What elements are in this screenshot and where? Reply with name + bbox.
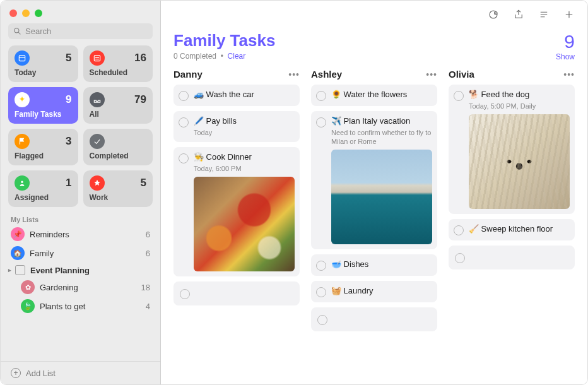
- task-item[interactable]: 🧺 Laundry: [311, 281, 437, 302]
- task-note: Today: [194, 128, 295, 137]
- svg-line-1: [18, 32, 20, 34]
- clear-button[interactable]: Clear: [228, 52, 246, 61]
- task-item[interactable]: 🐕 Feed the dogToday, 5:00 PM, Daily: [449, 85, 575, 214]
- my-lists-label: My Lists: [1, 212, 160, 225]
- list-count: 6: [146, 249, 150, 258]
- list-row-event-planning[interactable]: ▸ Event Planning: [1, 263, 160, 278]
- tray-icon: [90, 92, 105, 107]
- view-options-button[interactable]: [534, 6, 553, 23]
- svg-point-10: [495, 13, 497, 14]
- column-ashley: Ashley•••🌻 Water the flowers✈️ Plan Ital…: [311, 69, 437, 377]
- list-count: 4: [146, 302, 150, 311]
- smart-count: 9: [66, 93, 71, 106]
- task-checkbox[interactable]: [454, 91, 464, 101]
- share-collab-button[interactable]: [484, 6, 503, 23]
- smart-count: 1: [66, 177, 71, 189]
- task-item[interactable]: 🖊️ Pay billsToday: [173, 111, 300, 142]
- new-task-placeholder[interactable]: [311, 307, 437, 331]
- new-reminder-button[interactable]: [560, 6, 579, 23]
- smart-list-completed[interactable]: Completed: [83, 129, 153, 165]
- smart-list-scheduled[interactable]: 16 Scheduled: [83, 45, 153, 82]
- task-item[interactable]: ✈️ Plan Italy vacationNeed to confirm wh…: [311, 111, 437, 249]
- task-checkbox[interactable]: [316, 91, 326, 101]
- page-title: Family Tasks: [173, 31, 275, 50]
- task-item[interactable]: 🌻 Water the flowers: [311, 85, 437, 106]
- task-item[interactable]: 🧹 Sweep kitchen floor: [449, 219, 575, 240]
- new-task-placeholder[interactable]: [449, 246, 575, 270]
- task-item[interactable]: 🥣 Dishes: [311, 254, 437, 276]
- task-checkbox[interactable]: [179, 91, 189, 101]
- task-item[interactable]: 🚙 Wash the car: [173, 85, 300, 106]
- calendar-icon: [15, 50, 30, 66]
- smart-label: Today: [15, 68, 72, 77]
- plus-icon: +: [11, 368, 21, 378]
- task-item[interactable]: 👨‍🍳 Cook DinnerToday, 6:00 PM: [173, 147, 300, 276]
- search-input[interactable]: Search: [8, 23, 153, 39]
- smart-label: Work: [90, 193, 147, 202]
- list-name: Family: [30, 249, 141, 258]
- total-count: 9: [556, 31, 575, 52]
- minimize-window[interactable]: [22, 9, 30, 17]
- smart-list-work[interactable]: 5 Work: [83, 170, 153, 207]
- list-icon: 🏠: [11, 246, 25, 260]
- smart-label: Assigned: [15, 193, 72, 202]
- list-name: Reminders: [30, 230, 141, 239]
- task-title: 🐕 Feed the dog: [469, 90, 570, 100]
- task-checkbox[interactable]: [316, 117, 326, 127]
- task-note: Today, 6:00 PM: [194, 164, 295, 173]
- zoom-window[interactable]: [35, 9, 42, 17]
- column-title: Olivia: [449, 69, 474, 80]
- search-placeholder: Search: [25, 27, 51, 36]
- add-list-button[interactable]: + Add List: [1, 361, 160, 384]
- share-button[interactable]: [509, 6, 528, 23]
- smart-count: 5: [66, 52, 71, 64]
- task-note: Need to confirm whether to fly to Milan …: [331, 128, 432, 146]
- column-more-button[interactable]: •••: [426, 69, 437, 80]
- smart-count: 79: [134, 93, 146, 106]
- task-checkbox[interactable]: [179, 117, 189, 127]
- task-title: 🧺 Laundry: [331, 286, 432, 297]
- smart-count: 16: [134, 52, 146, 64]
- smart-list-family-tasks[interactable]: 9 Family Tasks: [8, 87, 78, 124]
- task-checkbox[interactable]: [455, 253, 465, 263]
- task-checkbox[interactable]: [180, 289, 190, 299]
- completed-meta: 0 Completed • Clear: [173, 52, 275, 61]
- list-name: Event Planning: [30, 266, 145, 275]
- smart-label: Scheduled: [90, 68, 147, 77]
- flag-icon: [15, 134, 30, 149]
- show-completed-button[interactable]: Show: [556, 52, 575, 61]
- list-row-plants-to-get[interactable]: 🍃 Plants to get 4: [1, 297, 160, 316]
- list-name: Gardening: [40, 283, 136, 292]
- smart-list-assigned[interactable]: 1 Assigned: [8, 170, 78, 207]
- list-count: 18: [141, 283, 150, 292]
- task-checkbox[interactable]: [317, 315, 327, 325]
- smart-list-all[interactable]: 79 All: [83, 87, 153, 124]
- smart-list-flagged[interactable]: 3 Flagged: [8, 129, 78, 165]
- smart-label: Family Tasks: [15, 110, 72, 119]
- check-icon: [90, 134, 105, 149]
- task-checkbox[interactable]: [316, 287, 326, 297]
- smart-label: All: [90, 110, 147, 119]
- list-icon: ✿: [21, 280, 35, 294]
- column-more-button[interactable]: •••: [288, 69, 300, 80]
- task-title: 👨‍🍳 Cook Dinner: [194, 152, 295, 163]
- list-icon: 🍃: [21, 299, 35, 313]
- window-controls: [1, 1, 160, 23]
- close-window[interactable]: [9, 9, 17, 17]
- task-checkbox[interactable]: [179, 153, 189, 163]
- list-row-family[interactable]: 🏠 Family 6: [1, 244, 160, 263]
- list-row-gardening[interactable]: ✿ Gardening 18: [1, 278, 160, 297]
- new-task-placeholder[interactable]: [173, 281, 300, 305]
- svg-rect-4: [94, 56, 100, 61]
- column-olivia: Olivia•••🐕 Feed the dogToday, 5:00 PM, D…: [449, 69, 575, 377]
- task-image: [469, 114, 570, 209]
- task-checkbox[interactable]: [316, 261, 326, 271]
- task-title: 🥣 Dishes: [331, 259, 432, 270]
- task-checkbox[interactable]: [454, 225, 464, 235]
- sidebar: Search 5 Today 16 Scheduled 9 Family Tas…: [1, 1, 161, 384]
- smart-list-today[interactable]: 5 Today: [8, 45, 78, 82]
- list-row-reminders[interactable]: 📌 Reminders 6: [1, 225, 160, 244]
- star-icon: [90, 175, 105, 191]
- column-more-button[interactable]: •••: [563, 69, 575, 80]
- task-title: 🖊️ Pay bills: [194, 116, 295, 127]
